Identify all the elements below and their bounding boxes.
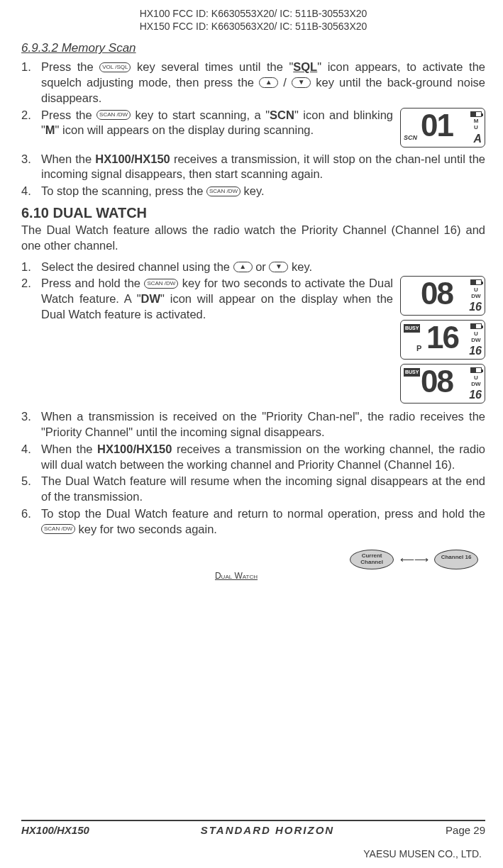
step-number: 2. (21, 108, 41, 150)
step-number: 2. (21, 276, 41, 408)
arrows-icon: ⟵⟶ (400, 554, 429, 565)
step-body: To stop the Dual Watch feature and retur… (41, 506, 485, 538)
section-title-memory-scan: 6.9.3.2 Memory Scan (21, 41, 485, 55)
step-body: When the HX100/HX150 receives a transmis… (41, 442, 485, 473)
step-2: 2. 01 SCN M U A Press the SCAN /DW key t… (21, 108, 485, 150)
fcc-line-1: HX100 FCC ID: K6630553X20/ IC: 511B-3055… (21, 7, 485, 20)
step-number: 3. (21, 152, 41, 183)
step-number: 1. (21, 60, 41, 106)
step-body: When the HX100/HX150 receives a transmis… (41, 152, 485, 183)
step-3: 3. When the HX100/HX150 receives a trans… (21, 152, 485, 183)
step-number: 6. (21, 506, 41, 538)
page-footer: HX100/HX150 STANDARD HORIZON Page 29 (21, 820, 485, 836)
lcd-right-col: U DW (470, 367, 482, 387)
battery-icon (470, 323, 482, 329)
dw-step-1: 1. Select the desired channel using the … (21, 260, 485, 275)
step-body: 08 U DW 16 BUSY P 16 U DW (41, 276, 485, 408)
step-number: 3. (21, 409, 41, 440)
lcd-digits: 16 (426, 322, 458, 353)
channel-16-oval: Channel 16 (434, 550, 478, 569)
step-4: 4. To stop the scanning, press the SCAN … (21, 184, 485, 199)
step-body: The Dual Watch feature will resume when … (41, 474, 485, 505)
step-body: Select the desired channel using the ▲ o… (41, 260, 485, 275)
dw-step-4: 4. When the HX100/HX150 receives a trans… (21, 442, 485, 473)
step-number: 4. (21, 442, 41, 473)
scan-dw-key-icon: SCAN /DW (96, 110, 131, 120)
lcd-sub: 16 (469, 345, 482, 357)
dual-watch-steps: 1. Select the desired channel using the … (21, 260, 485, 538)
lcd-scn-display: 01 SCN M U A (400, 108, 485, 148)
busy-indicator: BUSY (404, 324, 420, 332)
lcd-right-col: M U (470, 111, 482, 131)
footer-company: YAESU MUSEN CO., LTD. (363, 848, 482, 859)
step-body: 01 SCN M U A Press the SCAN /DW key to s… (41, 108, 485, 150)
p-indicator: P (416, 343, 421, 354)
current-channel-oval: CurrentChannel (350, 550, 394, 569)
header-fcc-ids: HX100 FCC ID: K6630553X20/ IC: 511B-3055… (21, 7, 485, 33)
lcd-dw-1: 08 U DW 16 (400, 276, 485, 316)
step-body: Press the VOL /SQL key several times unt… (41, 60, 485, 106)
dw-step-6: 6. To stop the Dual Watch feature and re… (21, 506, 485, 538)
step-body: When a transmission is received on the "… (41, 409, 485, 440)
dw-step-5: 5. The Dual Watch feature will resume wh… (21, 474, 485, 505)
dw-step-2: 2. 08 U DW 16 BUSY P 16 (21, 276, 485, 408)
step-number: 1. (21, 260, 41, 275)
lcd-scn-label: SCN (404, 134, 417, 143)
section-title-dual-watch: 6.10 DUAL WATCH (21, 205, 485, 221)
scan-dw-key-icon: SCAN /DW (206, 187, 241, 196)
fcc-line-2: HX150 FCC ID: K6630563X20/ IC: 511B-3056… (21, 20, 485, 33)
battery-icon (470, 279, 482, 285)
lcd-digits: 08 (421, 366, 453, 397)
dual-watch-intro: The Dual Watch feature allows the radio … (21, 223, 485, 254)
lcd-right-col: U DW (470, 279, 482, 299)
up-key-icon: ▲ (233, 262, 253, 272)
dw-step-3: 3. When a transmission is received on th… (21, 409, 485, 440)
up-key-icon: ▲ (259, 77, 278, 88)
scan-dw-key-icon: SCAN /DW (41, 524, 75, 534)
footer-brand: STANDARD HORIZON (201, 824, 334, 836)
lcd-dw-2: BUSY P 16 U DW 16 (400, 320, 485, 360)
step-body: To stop the scanning, press the SCAN /DW… (41, 184, 485, 199)
step-number: 5. (21, 474, 41, 505)
battery-icon (470, 111, 482, 117)
down-key-icon: ▼ (292, 77, 311, 88)
memory-scan-steps: 1. Press the VOL /SQL key several times … (21, 60, 485, 199)
step-1: 1. Press the VOL /SQL key several times … (21, 60, 485, 106)
footer-model: HX100/HX150 (21, 824, 89, 836)
lcd-sub: 16 (469, 389, 482, 401)
battery-icon (470, 367, 482, 373)
lcd-digits: 01 (421, 110, 453, 141)
busy-indicator: BUSY (404, 368, 420, 376)
down-key-icon: ▼ (269, 262, 288, 272)
footer-page: Page 29 (446, 824, 485, 836)
vol-sql-key-icon: VOL /SQL (99, 62, 131, 72)
lcd-sub: 16 (469, 301, 482, 313)
dual-watch-diagram: CurrentChannel ⟵⟶ Channel 16 Dual Watch (21, 550, 485, 581)
lcd-digits: 08 (421, 278, 453, 309)
scan-dw-key-icon: SCAN /DW (144, 279, 178, 289)
lcd-sub: A (473, 133, 482, 145)
step-number: 4. (21, 184, 41, 199)
lcd-dw-3: BUSY 08 U DW 16 (400, 364, 485, 404)
lcd-right-col: U DW (470, 323, 482, 343)
lcd-stack: 08 U DW 16 BUSY P 16 U DW (400, 276, 485, 408)
dual-watch-label: Dual Watch (21, 571, 451, 581)
